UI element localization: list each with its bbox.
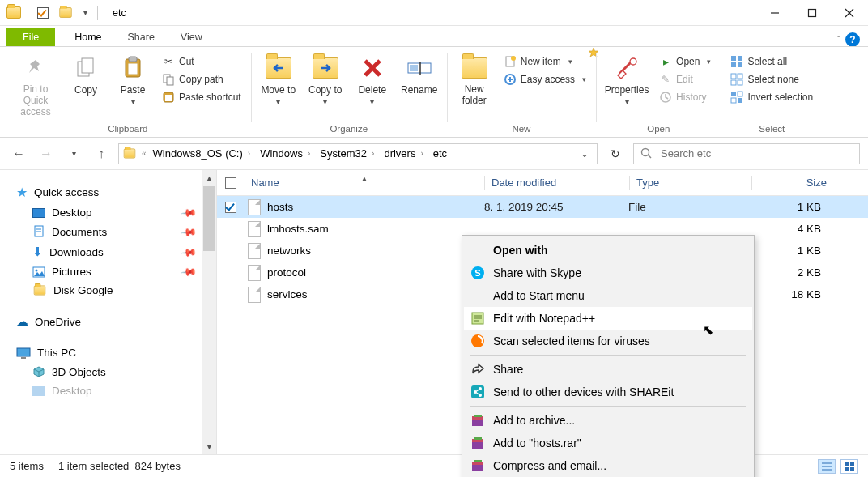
open-group-label: Open [647,122,670,137]
ctx-share[interactable]: Share [464,358,752,381]
copy-to-button[interactable]: Copy to▾ [303,52,348,109]
svg-rect-42 [17,348,30,356]
col-date[interactable]: Date modified [485,177,629,189]
col-size[interactable]: Size [752,177,833,189]
minimize-button[interactable] [756,0,794,26]
ctx-share-skype[interactable]: SShare with Skype [464,262,752,284]
scroll-thumb[interactable] [203,186,215,251]
breadcrumb-seg-0[interactable]: Windows8_OS (C:)› [150,147,256,160]
sidebar-item-downloads[interactable]: ⬇Downloads📌 [15,241,211,262]
ctx-add-start[interactable]: Add to Start menu [464,284,752,307]
sidebar-item-pictures[interactable]: Pictures📌 [15,262,211,281]
sidebar-scrollbar[interactable]: ▲ ▼ [202,170,216,454]
svg-rect-31 [731,92,736,96]
svg-rect-5 [82,58,93,73]
row-checkbox[interactable] [225,202,236,213]
sidebar-item-disk-google[interactable]: Disk Google [15,281,211,300]
breadcrumb-seg-3[interactable]: drivers› [381,147,428,160]
svg-rect-10 [167,77,173,85]
search-box[interactable] [633,143,860,164]
delete-button[interactable]: Delete▾ [350,52,395,109]
breadcrumb-seg-4[interactable]: etc [430,147,450,160]
svg-point-21 [630,58,636,65]
svg-rect-24 [738,56,742,61]
select-none-button[interactable]: Select none [725,71,818,87]
sidebar-item-documents[interactable]: Documents📌 [15,222,211,241]
history-button[interactable]: History [654,89,716,105]
recent-dropdown-icon[interactable]: ▾ [63,143,84,164]
tab-view[interactable]: View [168,28,215,47]
breadcrumb-seg-1[interactable]: Windows› [257,147,315,160]
help-icon[interactable]: ? [845,32,860,47]
address-dropdown-icon[interactable]: ⌄ [576,148,594,160]
ctx-scan-virus[interactable]: Scan selected items for viruses [464,330,752,352]
paste-shortcut-button[interactable]: Paste shortcut [157,89,246,105]
sidebar-item-3d-objects[interactable]: 3D Objects [15,362,211,381]
file-date: 8. 1. 2019 20:45 [484,201,628,213]
file-icon [248,243,261,259]
copy-button[interactable]: Copy [63,52,108,99]
paste-dropdown-icon[interactable]: ▾ [131,97,135,106]
file-name: protocol [267,266,306,279]
organize-group-label: Organize [330,122,368,137]
collapse-ribbon-icon[interactable]: ˆ [837,35,840,45]
ctx-add-archive[interactable]: Add to archive... [464,409,752,432]
ctx-edit-notepadpp[interactable]: Edit with Notepad++ [464,307,752,330]
file-row[interactable]: hosts8. 1. 2019 20:45File1 KB [217,196,868,218]
view-large-icons-button[interactable] [840,459,858,474]
tab-share[interactable]: Share [115,28,168,47]
close-button[interactable] [831,0,868,26]
new-folder-button[interactable]: New folder [452,52,497,110]
winrar-icon [470,413,485,428]
qat-properties-icon[interactable] [35,5,51,21]
tab-home[interactable]: Home [62,28,114,47]
scroll-down-icon[interactable]: ▼ [203,440,215,454]
copy-path-button[interactable]: Copy path [157,71,246,87]
address-bar[interactable]: « Windows8_OS (C:)› Windows› System32› d… [118,143,598,164]
refresh-button[interactable]: ↻ [604,143,627,164]
col-type[interactable]: Type [630,177,751,189]
sidebar-quick-access[interactable]: ★ Quick access [15,181,211,203]
clipboard-group-label: Clipboard [108,122,147,137]
forward-button[interactable]: → [36,143,57,164]
open-button[interactable]: ▸Open▾ [654,53,716,70]
move-to-button[interactable]: Move to▾ [256,52,301,109]
select-all-checkbox[interactable] [225,177,236,189]
ctx-compress-email[interactable]: Compress and email... [464,454,752,477]
maximize-button[interactable] [794,0,831,26]
svg-rect-67 [850,467,854,471]
up-button[interactable]: ↑ [91,143,112,164]
ctx-open-with[interactable]: Open with [464,239,752,262]
cut-button[interactable]: ✂Cut [157,53,246,70]
sidebar-item-pc-desktop[interactable]: Desktop [15,381,211,400]
svg-rect-27 [731,74,736,79]
onedrive-icon: ☁ [16,314,28,329]
select-all-button[interactable]: Select all [725,53,818,70]
pin-to-quick-access-button[interactable]: Pin to Quick access [10,52,62,121]
edit-button[interactable]: ✎Edit [654,71,716,87]
scroll-up-icon[interactable]: ▲ [203,171,215,185]
search-input[interactable] [659,147,853,160]
tab-file[interactable]: File [6,28,55,47]
sidebar-item-desktop[interactable]: Desktop📌 [15,203,211,222]
back-button[interactable]: ← [8,143,29,164]
easy-access-button[interactable]: Easy access▾ [499,71,591,87]
breadcrumb-seg-2[interactable]: System32› [317,147,379,160]
paste-icon [120,55,146,81]
properties-button[interactable]: Properties▾ [601,52,653,109]
paste-button[interactable]: Paste ▾ [110,52,155,109]
qat-new-folder-icon[interactable] [57,5,74,21]
new-item-button[interactable]: New item▾ [499,53,591,70]
qat-dropdown-icon[interactable]: ▾ [80,8,91,17]
invert-selection-button[interactable]: Invert selection [725,89,818,105]
sidebar-onedrive[interactable]: ☁OneDrive [15,311,211,332]
breadcrumb-root-caret[interactable]: « [140,149,148,158]
col-name[interactable]: Name▲ [245,177,484,189]
ctx-add-hosts-rar[interactable]: Add to "hosts.rar" [464,432,752,454]
ctx-send-shareit[interactable]: Send to other devices with SHAREit [464,381,752,403]
file-size: 2 KB [750,266,831,279]
rename-button[interactable]: Rename [397,52,442,99]
view-details-button[interactable] [818,459,836,474]
sidebar-this-pc[interactable]: This PC [15,343,211,362]
documents-icon [32,225,45,238]
